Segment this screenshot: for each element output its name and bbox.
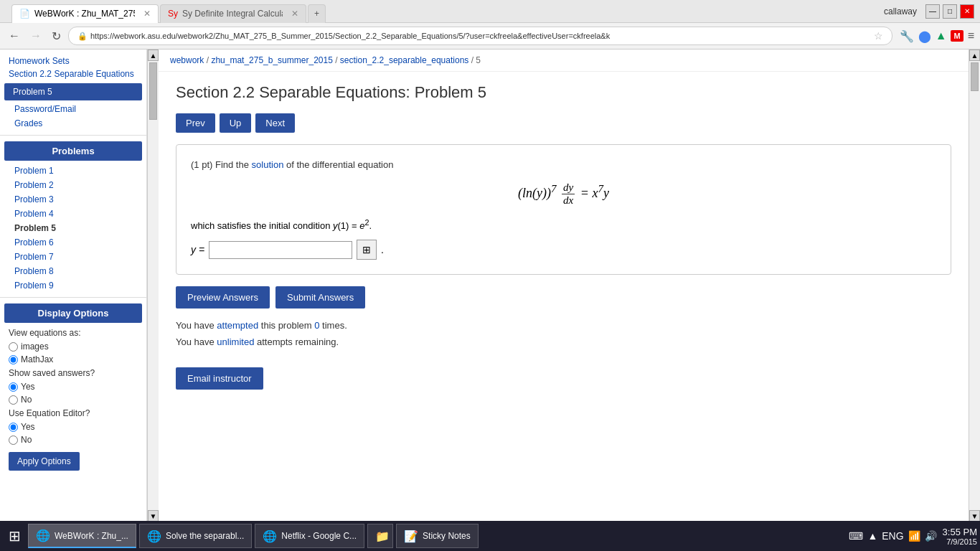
show-saved-yes[interactable]: Yes bbox=[0, 380, 146, 393]
sidebar: Homework Sets Section 2.2 Separable Equa… bbox=[0, 50, 147, 522]
show-saved-label: Show saved answers? bbox=[0, 366, 146, 380]
tab-empty[interactable]: + bbox=[308, 4, 326, 23]
taskbar-webwork[interactable]: 🌐 WeBWorK : Zhu_... bbox=[28, 524, 136, 548]
sidebar-scrollbar[interactable]: ▲ ▼ bbox=[147, 50, 159, 522]
sidebar-grades[interactable]: Grades bbox=[0, 116, 146, 131]
eq-mathjax-option[interactable]: MathJax bbox=[0, 353, 146, 366]
maximize-button[interactable]: □ bbox=[943, 4, 957, 19]
sidebar-active-problem: Problem 5 bbox=[4, 83, 142, 100]
problem-pt-label: (1 pt) bbox=[191, 159, 215, 170]
breadcrumb-problem: 5 bbox=[476, 55, 481, 65]
taskbar-solve[interactable]: 🌐 Solve the separabl... bbox=[139, 524, 252, 548]
taskbar-sticky[interactable]: 📝 Sticky Notes bbox=[396, 524, 479, 548]
attempt-info-1: You have attempted this problem 0 times. bbox=[176, 320, 951, 331]
problem-text: (1 pt) Find the solution of the differen… bbox=[191, 159, 936, 170]
start-button[interactable]: ⊞ bbox=[3, 524, 27, 547]
close-button[interactable]: ✕ bbox=[960, 4, 974, 19]
attempt-count: 0 bbox=[314, 320, 319, 331]
sidebar-problem-6[interactable]: Problem 6 bbox=[0, 235, 146, 250]
sidebar-problem-4[interactable]: Problem 4 bbox=[0, 207, 146, 221]
new-tab-icon: + bbox=[314, 9, 319, 19]
minimize-button[interactable]: — bbox=[925, 4, 940, 19]
browser-chrome: 📄 WeBWorK : Zhu_MAT_275 ... ✕ Sy Sy Defi… bbox=[0, 0, 980, 50]
matrix-button[interactable]: ⊞ bbox=[357, 240, 377, 260]
sidebar-problem-3[interactable]: Problem 3 bbox=[0, 192, 146, 207]
lock-icon: 🔒 bbox=[77, 32, 88, 41]
sidebar-scroll-up[interactable]: ▲ bbox=[148, 50, 159, 61]
volume-icon: 🔊 bbox=[925, 530, 937, 542]
breadcrumb-section[interactable]: section_2.2_separable_equations bbox=[340, 55, 468, 65]
main-content: webwork / zhu_mat_275_b_summer_2015 / se… bbox=[159, 50, 969, 522]
tab-close-2[interactable]: ✕ bbox=[291, 9, 298, 19]
email-instructor-button[interactable]: Email instructor bbox=[176, 367, 263, 390]
sidebar-password-email[interactable]: Password/Email bbox=[0, 102, 146, 116]
use-eq-yes[interactable]: Yes bbox=[0, 420, 146, 433]
problem-find-text: Find the bbox=[215, 159, 252, 170]
sidebar-problem-7[interactable]: Problem 7 bbox=[0, 250, 146, 264]
tab-webwork[interactable]: 📄 WeBWorK : Zhu_MAT_275 ... ✕ bbox=[11, 4, 159, 23]
main-scroll-up[interactable]: ▲ bbox=[969, 50, 980, 61]
attempt-word: attempted bbox=[217, 320, 258, 331]
sidebar-problem-2[interactable]: Problem 2 bbox=[0, 178, 146, 192]
eq-images-option[interactable]: images bbox=[0, 340, 146, 353]
show-saved-no[interactable]: No bbox=[0, 393, 146, 406]
taskbar-solve-label: Solve the separabl... bbox=[166, 531, 244, 541]
drive-icon[interactable]: ▲ bbox=[936, 29, 947, 42]
system-icons: ⌨ ▲ ENG 📶 🔊 bbox=[849, 530, 936, 542]
breadcrumb-webwork[interactable]: webwork bbox=[170, 55, 204, 65]
y-equals-label: y = bbox=[191, 244, 204, 255]
sidebar-homework-sets[interactable]: Homework Sets bbox=[0, 53, 78, 69]
problems-panel: Problems bbox=[4, 141, 142, 161]
next-button[interactable]: Next bbox=[255, 113, 295, 133]
tab-bar: 📄 WeBWorK : Zhu_MAT_275 ... ✕ Sy Sy Defi… bbox=[6, 0, 881, 23]
problem-rest-text: of the differential equation bbox=[283, 159, 393, 170]
main-scroll-thumb[interactable] bbox=[971, 62, 979, 91]
tab-close-1[interactable]: ✕ bbox=[143, 9, 151, 19]
star-icon[interactable]: ☆ bbox=[874, 30, 883, 42]
answer-input[interactable] bbox=[209, 241, 352, 259]
action-buttons: Preview Answers Submit Answers bbox=[176, 286, 951, 309]
sidebar-problem-8[interactable]: Problem 8 bbox=[0, 264, 146, 278]
preview-answers-button[interactable]: Preview Answers bbox=[176, 286, 270, 309]
gmail-icon[interactable]: M bbox=[951, 30, 963, 42]
sidebar-problem-5[interactable]: Problem 5 bbox=[0, 221, 146, 235]
sidebar-scroll-thumb[interactable] bbox=[149, 62, 157, 120]
math-fraction-dy-dx: dy dx bbox=[562, 182, 575, 207]
tab-icon-2: Sy bbox=[168, 9, 178, 19]
submit-answers-button[interactable]: Submit Answers bbox=[275, 286, 365, 309]
date-display: 7/9/2015 bbox=[943, 537, 977, 546]
forward-button[interactable]: → bbox=[27, 28, 44, 44]
use-eq-no[interactable]: No bbox=[0, 433, 146, 446]
keyboard-icon: ⌨ bbox=[849, 530, 863, 542]
prev-button[interactable]: Prev bbox=[176, 113, 215, 133]
up-button[interactable]: Up bbox=[220, 113, 252, 133]
sidebar-scroll-track bbox=[148, 61, 159, 510]
address-bar[interactable]: 🔒 https://webwork.asu.edu/webwork2/Zhu_M… bbox=[68, 27, 892, 45]
main-scroll-down[interactable]: ▼ bbox=[969, 510, 980, 522]
chrome-icon[interactable]: ⬤ bbox=[918, 29, 931, 43]
breadcrumb-course[interactable]: zhu_mat_275_b_summer_2015 bbox=[211, 55, 332, 65]
main-scrollbar[interactable]: ▲ ▼ bbox=[969, 50, 980, 522]
sidebar-section-link[interactable]: Section 2.2 Separable Equations bbox=[0, 66, 146, 82]
title-bar: 📄 WeBWorK : Zhu_MAT_275 ... ✕ Sy Sy Defi… bbox=[0, 0, 980, 23]
taskbar-folder[interactable]: 📁 bbox=[367, 524, 393, 548]
user-label: callaway bbox=[884, 6, 917, 17]
sidebar-problem-9[interactable]: Problem 9 bbox=[0, 278, 146, 293]
window-controls: — □ ✕ bbox=[925, 4, 974, 19]
taskbar-folder-icon: 📁 bbox=[375, 529, 390, 543]
tab-label-2: Sy Definite Integral Calculato ... bbox=[182, 9, 283, 19]
tab-definite-integral[interactable]: Sy Sy Definite Integral Calculato ... ✕ bbox=[160, 4, 306, 23]
breadcrumb-sep2: / bbox=[335, 55, 340, 65]
menu-icon[interactable]: ≡ bbox=[968, 29, 974, 42]
sidebar-scroll-down[interactable]: ▼ bbox=[148, 510, 159, 522]
extensions-icon[interactable]: 🔧 bbox=[900, 29, 914, 43]
refresh-button[interactable]: ↻ bbox=[49, 28, 64, 44]
taskbar-netflix-icon: 🌐 bbox=[263, 529, 277, 543]
back-button[interactable]: ← bbox=[6, 28, 23, 44]
taskbar-sticky-icon: 📝 bbox=[404, 529, 418, 543]
breadcrumb: webwork / zhu_mat_275_b_summer_2015 / se… bbox=[159, 50, 969, 72]
problem-box: (1 pt) Find the solution of the differen… bbox=[176, 144, 951, 275]
apply-options-button[interactable]: Apply Options bbox=[9, 452, 80, 471]
taskbar-netflix[interactable]: 🌐 Netflix - Google C... bbox=[255, 524, 364, 548]
sidebar-problem-1[interactable]: Problem 1 bbox=[0, 164, 146, 178]
